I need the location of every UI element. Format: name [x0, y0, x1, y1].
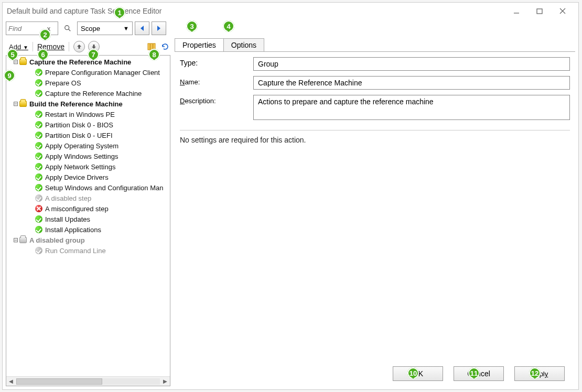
- disabled-icon: [35, 194, 43, 202]
- tree-label: Apply Network Settings: [45, 163, 115, 171]
- expander-icon[interactable]: ⊟: [13, 58, 19, 66]
- svg-rect-7: [150, 43, 153, 50]
- find-field[interactable]: x: [6, 21, 58, 35]
- remove-button[interactable]: Remove: [37, 42, 64, 51]
- dialog-buttons: OK Cancel Apply: [175, 361, 575, 386]
- columns-icon[interactable]: [146, 41, 157, 52]
- move-down-button[interactable]: [88, 41, 100, 52]
- error-icon: [35, 204, 43, 213]
- task-sequence-tree[interactable]: ⊟Capture the Reference MachinePrepare Co…: [6, 55, 170, 386]
- ok-button[interactable]: OK: [393, 366, 443, 381]
- success-icon: [35, 173, 43, 181]
- scope-dropdown[interactable]: Scope ▼: [77, 21, 133, 35]
- tree-group[interactable]: ⊟A disabled group: [8, 235, 170, 245]
- tree-step[interactable]: Setup Windows and Configuration Man: [8, 182, 170, 193]
- clear-find-button[interactable]: x: [44, 25, 53, 32]
- tree-label: Apply Device Drivers: [45, 173, 109, 181]
- tree-toolbar: Add ▼ Remove: [6, 38, 170, 55]
- tree-label: Apply Operating System: [45, 142, 118, 150]
- tree-step[interactable]: Apply Network Settings: [8, 161, 170, 172]
- tree-step[interactable]: Apply Windows Settings: [8, 151, 170, 161]
- name-field[interactable]: [253, 76, 570, 90]
- scroll-track[interactable]: [16, 378, 160, 385]
- minimize-button[interactable]: [505, 4, 528, 18]
- tree-step[interactable]: Apply Device Drivers: [8, 172, 170, 182]
- success-icon: [35, 79, 43, 87]
- tree-step[interactable]: Install Updates: [8, 214, 170, 224]
- tree-step[interactable]: Capture the Reference Machine: [8, 88, 170, 99]
- description-field[interactable]: Actions to prepare and capture the refer…: [253, 95, 570, 120]
- separator: [33, 42, 33, 51]
- tree-step[interactable]: Install Applications: [8, 224, 170, 235]
- tree-label: Prepare Configuration Manager Client: [45, 69, 160, 77]
- tab-options[interactable]: Options: [223, 38, 264, 52]
- scroll-thumb[interactable]: [16, 378, 102, 385]
- tree-label: Prepare OS: [45, 79, 81, 87]
- tree-step[interactable]: A misconfigured step: [8, 203, 170, 214]
- refresh-icon[interactable]: [160, 41, 170, 52]
- tree-label: Install Updates: [45, 215, 90, 223]
- next-button[interactable]: [152, 21, 166, 35]
- scroll-left-icon[interactable]: ◄: [6, 377, 16, 386]
- maximize-button[interactable]: [528, 4, 551, 18]
- success-icon: [35, 183, 43, 192]
- success-icon: [35, 141, 43, 150]
- search-icon[interactable]: [60, 21, 75, 35]
- prev-button[interactable]: [135, 21, 149, 35]
- tree-step[interactable]: Restart in Windows PE: [8, 109, 170, 119]
- left-panel: Add ▼ Remove ⊟Capture the Reference M: [6, 38, 170, 386]
- cancel-button[interactable]: Cancel: [454, 366, 504, 381]
- type-label: Type:: [180, 57, 253, 67]
- find-input[interactable]: [6, 23, 44, 34]
- svg-rect-8: [153, 43, 155, 50]
- separator: [69, 42, 69, 51]
- scope-label: Scope: [81, 25, 100, 32]
- tree-label: Setup Windows and Configuration Man: [45, 184, 163, 192]
- tree-step[interactable]: Partition Disk 0 - UEFI: [8, 130, 170, 140]
- tree-label: A disabled group: [29, 236, 85, 244]
- tree-step[interactable]: Prepare Configuration Manager Client: [8, 67, 170, 78]
- tree-group[interactable]: ⊟Build the Reference Machine: [8, 99, 170, 109]
- tree-label: A disabled step: [45, 194, 91, 202]
- success-icon: [35, 152, 43, 160]
- scroll-right-icon[interactable]: ►: [160, 377, 170, 386]
- tree-step[interactable]: Run Command Line: [8, 245, 170, 256]
- svg-rect-1: [537, 9, 542, 14]
- find-toolbar: x Scope ▼: [6, 19, 166, 37]
- window: Default build and capture Task Sequence …: [2, 2, 579, 390]
- no-settings-message: No settings are required for this action…: [180, 136, 570, 144]
- tree-step[interactable]: Apply Operating System: [8, 140, 170, 151]
- expander-icon[interactable]: ⊟: [13, 236, 19, 244]
- right-panel: Properties Options Type: Name: Descripti…: [175, 38, 575, 386]
- success-icon: [35, 89, 43, 97]
- horizontal-scrollbar[interactable]: ◄ ►: [6, 376, 170, 386]
- tree-step[interactable]: Prepare OS: [8, 78, 170, 88]
- success-icon: [35, 162, 43, 171]
- tree-label: Partition Disk 0 - BIOS: [45, 121, 113, 129]
- move-up-button[interactable]: [73, 41, 85, 52]
- tab-strip: Properties Options: [175, 38, 575, 52]
- svg-rect-6: [148, 43, 150, 50]
- window-title: Default build and capture Task Sequence …: [7, 7, 505, 15]
- success-icon: [35, 225, 43, 234]
- add-button[interactable]: Add ▼: [9, 42, 28, 51]
- tab-properties[interactable]: Properties: [175, 38, 224, 52]
- tree-label: Build the Reference Machine: [29, 100, 123, 108]
- expander-icon[interactable]: ⊟: [13, 100, 19, 107]
- content: x Scope ▼ Add ▼: [3, 19, 578, 389]
- tree-label: Install Applications: [45, 226, 101, 234]
- close-button[interactable]: [551, 4, 574, 18]
- success-icon: [35, 215, 43, 223]
- tree-label: Capture the Reference Machine: [45, 90, 142, 97]
- type-field[interactable]: [253, 57, 570, 71]
- svg-point-4: [65, 26, 69, 30]
- tree-label: Capture the Reference Machine: [29, 58, 131, 66]
- tree-label: Apply Windows Settings: [45, 153, 118, 160]
- success-icon: [35, 121, 43, 129]
- folder-icon: [19, 100, 27, 108]
- tree-step[interactable]: Partition Disk 0 - BIOS: [8, 119, 170, 130]
- apply-button[interactable]: Apply: [514, 366, 565, 381]
- tree-label: Run Command Line: [45, 247, 106, 255]
- tree-step[interactable]: A disabled step: [8, 193, 170, 203]
- tree-group[interactable]: ⊟Capture the Reference Machine: [8, 57, 170, 67]
